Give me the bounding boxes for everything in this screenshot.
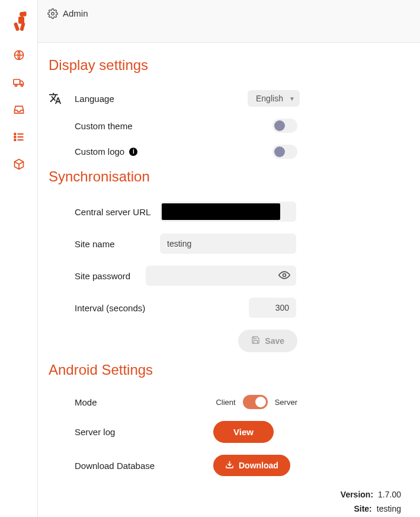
mode-server-label: Server (275, 398, 297, 407)
svg-point-13 (14, 136, 16, 138)
central-url-label: Central server URL (75, 207, 160, 217)
mode-client-label: Client (216, 398, 235, 407)
svg-point-14 (14, 139, 16, 141)
redacted-value (162, 203, 280, 220)
page-title: Admin (63, 8, 88, 18)
download-db-label: Download Database (75, 461, 213, 471)
page-header: Admin (38, 0, 420, 43)
eye-icon[interactable] (278, 269, 290, 283)
language-value: English (256, 94, 283, 103)
mode-label: Mode (75, 397, 122, 407)
section-sync-title: Synchronisation (49, 168, 409, 185)
site-key: Site: (354, 502, 371, 516)
download-button[interactable]: Download (213, 455, 290, 476)
svg-point-16 (283, 273, 286, 276)
site-value: testing (377, 502, 401, 516)
svg-point-12 (14, 133, 16, 135)
custom-theme-label: Custom theme (75, 121, 205, 131)
chevron-down-icon: ▼ (289, 95, 295, 102)
globe-icon[interactable] (12, 49, 25, 62)
mode-toggle[interactable] (243, 395, 268, 409)
server-log-label: Server log (75, 427, 213, 437)
svg-rect-2 (13, 22, 19, 31)
inbox-icon[interactable] (12, 103, 25, 116)
translate-icon (49, 92, 75, 105)
section-android-title: Android Settings (49, 362, 409, 378)
central-url-input[interactable] (160, 202, 296, 222)
view-button[interactable]: View (213, 421, 274, 443)
interval-input[interactable] (249, 298, 296, 318)
custom-theme-toggle[interactable] (272, 119, 297, 133)
section-display-title: Display settings (49, 57, 409, 74)
version-value: 1.7.00 (378, 488, 401, 502)
save-button[interactable]: Save (238, 330, 297, 352)
svg-rect-6 (13, 79, 20, 84)
truck-icon[interactable] (12, 76, 25, 89)
svg-rect-4 (23, 12, 26, 16)
app-logo (10, 11, 28, 32)
svg-point-7 (15, 84, 17, 86)
info-icon[interactable]: i (129, 148, 137, 156)
language-label: Language (75, 94, 205, 104)
svg-point-8 (21, 84, 23, 86)
package-icon[interactable] (12, 158, 25, 171)
download-icon (225, 460, 234, 471)
version-key: Version: (341, 488, 373, 502)
site-name-input[interactable] (160, 234, 296, 254)
language-select[interactable]: English ▼ (248, 90, 300, 107)
custom-logo-label: Custom logo i (75, 146, 205, 157)
footer: Version: 1.7.00 Site: testing Server: 80… (49, 482, 409, 517)
svg-point-15 (52, 12, 54, 15)
sidebar (0, 0, 38, 517)
save-icon (251, 336, 260, 346)
gear-icon (47, 8, 58, 21)
custom-logo-toggle[interactable] (272, 145, 297, 159)
site-name-label: Site name (75, 239, 160, 249)
site-password-input[interactable] (146, 266, 296, 286)
list-icon[interactable] (12, 130, 25, 143)
